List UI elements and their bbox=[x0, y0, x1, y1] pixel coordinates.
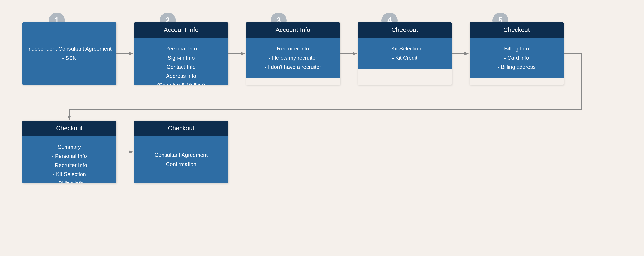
card-1: Independent Consultant Agreement - SSN bbox=[22, 22, 116, 85]
card-7-body: Consultant Agreement Confirmation bbox=[134, 136, 228, 183]
card-2-header: Account Info bbox=[134, 22, 228, 37]
card-4-body: - Kit Selection - Kit Credit bbox=[358, 37, 452, 69]
card-3-body: Recruiter Info - I know my recruiter - I… bbox=[246, 37, 340, 78]
card-7: Checkout Consultant Agreement Confirmati… bbox=[134, 121, 228, 183]
card-1-body-text: Independent Consultant Agreement - SSN bbox=[27, 44, 112, 63]
card-1-body: Independent Consultant Agreement - SSN bbox=[22, 22, 116, 85]
card-7-body-text: Consultant Agreement Confirmation bbox=[139, 151, 224, 169]
card-3-header: Account Info bbox=[246, 22, 340, 37]
card-5-header: Checkout bbox=[470, 22, 564, 37]
card-6-header: Checkout bbox=[22, 121, 116, 136]
card-6-body: Summary - Personal Info - Recruiter Info… bbox=[22, 136, 116, 183]
card-2-body: Personal Info Sign-in Info Contact Info … bbox=[134, 37, 228, 85]
card-2: Account Info Personal Info Sign-in Info … bbox=[134, 22, 228, 85]
card-6-body-text: Summary - Personal Info - Recruiter Info… bbox=[52, 144, 87, 183]
card-6: Checkout Summary - Personal Info - Recru… bbox=[22, 121, 116, 183]
card-5: Checkout Billing Info - Card info - Bill… bbox=[470, 22, 564, 85]
card-3: Account Info Recruiter Info - I know my … bbox=[246, 22, 340, 85]
card-2-body-text: Personal Info Sign-in Info Contact Info … bbox=[157, 45, 205, 85]
card-4-body-text: - Kit Selection - Kit Credit bbox=[388, 45, 421, 61]
card-7-header: Checkout bbox=[134, 121, 228, 136]
card-4-header: Checkout bbox=[358, 22, 452, 37]
card-3-body-text: Recruiter Info - I know my recruiter - I… bbox=[265, 45, 321, 70]
card-5-body-text: Billing Info - Card info - Billing addre… bbox=[498, 45, 536, 70]
card-4: Checkout - Kit Selection - Kit Credit bbox=[358, 22, 452, 85]
card-5-body: Billing Info - Card info - Billing addre… bbox=[470, 37, 564, 78]
diagram-container: 1 Independent Consultant Agreement - SSN… bbox=[0, 0, 644, 256]
